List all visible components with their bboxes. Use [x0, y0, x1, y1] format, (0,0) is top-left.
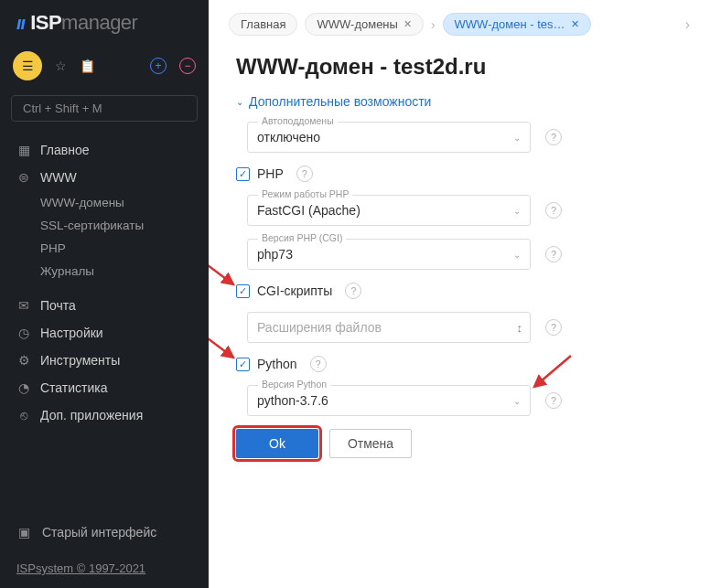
- help-icon[interactable]: ?: [545, 392, 562, 409]
- cancel-button[interactable]: Отмена: [329, 429, 412, 458]
- nav-label: PHP: [40, 241, 66, 255]
- field-label: Версия Python: [258, 379, 330, 390]
- logo-isp: ISP: [30, 11, 61, 34]
- help-icon[interactable]: ?: [310, 356, 327, 372]
- window-icon: ▣: [16, 525, 31, 540]
- nav-label: WWW: [40, 170, 77, 185]
- avatar[interactable]: ☰: [13, 51, 42, 80]
- python-checkbox[interactable]: ✓: [236, 358, 250, 371]
- nav-label: Статистика: [40, 380, 108, 395]
- chevron-down-icon: ⌄: [236, 97, 243, 107]
- puzzle-icon: ⎋: [16, 408, 31, 422]
- python-label: Python: [257, 357, 297, 371]
- old-ui-link[interactable]: ▣Старый интерфейс: [0, 516, 209, 549]
- plus-icon[interactable]: +: [150, 58, 167, 74]
- nav-tools[interactable]: ⚙Инструменты: [0, 347, 209, 374]
- nav-addons[interactable]: ⎋Доп. приложения: [0, 401, 209, 429]
- help-icon[interactable]: ?: [545, 129, 562, 145]
- field-label: Режим работы PHP: [258, 188, 352, 199]
- file-extensions-input[interactable]: Расширения файлов↕: [247, 312, 531, 343]
- chevron-down-icon: ⌄: [513, 250, 521, 260]
- nav-label: SSL-сертификаты: [40, 219, 144, 232]
- breadcrumb-next[interactable]: ›: [685, 16, 690, 33]
- sort-icon: ↕: [517, 321, 522, 335]
- section-toggle[interactable]: ⌄Дополнительные возможности: [236, 94, 683, 109]
- copyright-link[interactable]: ISPsystem © 1997-2021: [16, 561, 145, 575]
- nav-label: Доп. приложения: [40, 408, 143, 422]
- clipboard-icon[interactable]: 📋: [80, 59, 95, 73]
- ok-button[interactable]: Ok: [236, 429, 318, 458]
- field-label: Версия PHP (CGI): [258, 232, 346, 243]
- svg-line-0: [209, 262, 233, 284]
- cgi-label: CGI-скрипты: [257, 283, 332, 298]
- help-icon[interactable]: ?: [545, 202, 562, 219]
- crumb-domains[interactable]: WWW-домены✕: [305, 13, 423, 36]
- cgi-checkbox[interactable]: ✓: [236, 284, 250, 298]
- clock-icon: ◷: [16, 326, 31, 340]
- gear-icon: ⚙: [16, 353, 31, 368]
- help-icon[interactable]: ?: [345, 283, 361, 299]
- nav-www-domains[interactable]: WWW-домены: [0, 191, 209, 214]
- crumb-home[interactable]: Главная: [229, 13, 297, 36]
- nav-mail[interactable]: ✉Почта: [0, 292, 209, 319]
- nav-www[interactable]: ⊜WWW: [0, 164, 209, 191]
- php-label: PHP: [257, 166, 284, 181]
- nav-label: Инструменты: [40, 353, 120, 368]
- nav-label: Журналы: [40, 264, 94, 278]
- nav-ssl[interactable]: SSL-сертификаты: [0, 214, 209, 237]
- page-title: WWW-домен - test2d.ru: [236, 54, 683, 80]
- nav-label: Настройки: [40, 326, 103, 340]
- help-icon[interactable]: ?: [296, 166, 313, 182]
- globe-icon: ⊜: [16, 170, 31, 185]
- chart-icon: ◔: [16, 380, 31, 395]
- dashboard-icon: ▦: [16, 143, 31, 157]
- crumb-current[interactable]: WWW-домен - tes…✕: [443, 13, 591, 36]
- chevron-down-icon: ⌄: [513, 133, 521, 143]
- nav-logs[interactable]: Журналы: [0, 260, 209, 283]
- nav-label: WWW-домены: [40, 196, 124, 209]
- mail-icon: ✉: [16, 298, 31, 313]
- php-mode-select[interactable]: FastCGI (Apache)⌄: [247, 195, 531, 226]
- nav-stats[interactable]: ◔Статистика: [0, 374, 209, 401]
- chevron-down-icon: ⌄: [513, 206, 521, 216]
- php-checkbox[interactable]: ✓: [236, 167, 250, 181]
- help-icon[interactable]: ?: [545, 319, 562, 336]
- close-icon[interactable]: ✕: [571, 18, 579, 30]
- close-icon[interactable]: ✕: [403, 18, 412, 30]
- logo: ıı ISPmanager: [0, 0, 209, 48]
- php-version-select[interactable]: php73⌄: [247, 239, 531, 270]
- chevron-right-icon: ›: [431, 17, 436, 32]
- auto-subdomains-select[interactable]: отключено⌄: [247, 122, 531, 153]
- shortcut-hint[interactable]: Ctrl + Shift + M: [11, 95, 198, 122]
- nav-php[interactable]: PHP: [0, 237, 209, 260]
- breadcrumb: Главная WWW-домены✕ › WWW-домен - tes…✕ …: [209, 0, 710, 48]
- nav-label: Главное: [40, 143, 90, 157]
- old-ui-label: Старый интерфейс: [42, 525, 156, 540]
- svg-line-1: [209, 336, 233, 358]
- help-icon[interactable]: ?: [545, 246, 562, 262]
- logo-mark: ıı: [16, 13, 25, 34]
- nav-main[interactable]: ▦Главное: [0, 136, 209, 164]
- section-label: Дополнительные возможности: [249, 94, 431, 109]
- minus-icon[interactable]: −: [179, 58, 196, 74]
- logo-mgr: manager: [61, 11, 137, 34]
- python-version-select[interactable]: python-3.7.6⌄: [247, 385, 531, 416]
- chevron-down-icon: ⌄: [513, 396, 521, 406]
- nav-settings[interactable]: ◷Настройки: [0, 319, 209, 347]
- star-icon[interactable]: ☆: [55, 59, 67, 73]
- nav-label: Почта: [40, 298, 76, 313]
- field-label: Автоподдомены: [258, 115, 338, 126]
